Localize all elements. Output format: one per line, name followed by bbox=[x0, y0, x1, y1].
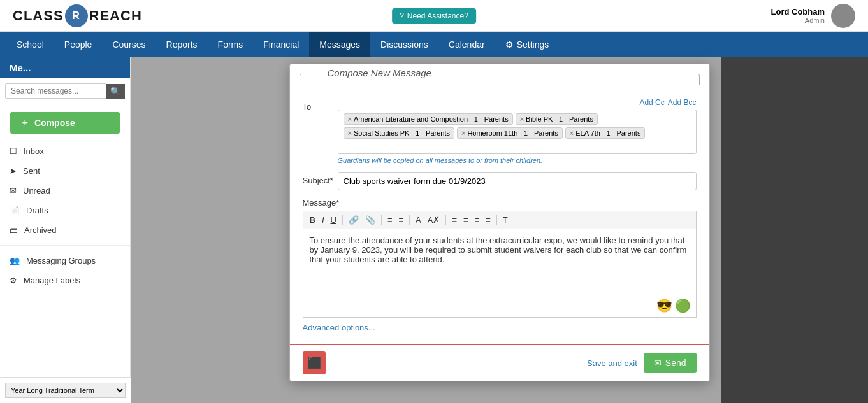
sidebar-divider bbox=[0, 245, 130, 246]
tag-remove-1[interactable]: × bbox=[520, 115, 524, 123]
sidebar: Me... 🔍 ＋ Compose ☐ Inbox ➤ Sent ✉ Unrea… bbox=[0, 57, 131, 403]
advanced-options-link[interactable]: Advanced options... bbox=[303, 323, 375, 332]
nav-item-reports[interactable]: Reports bbox=[156, 32, 208, 57]
emoji-bar: 😎 🟢 bbox=[656, 298, 691, 313]
to-tag-4[interactable]: × ELA 7th - 1 - Parents bbox=[565, 127, 646, 139]
labels-icon: ⚙ bbox=[10, 276, 17, 285]
guardian-note: Guardians will be copied on all messages… bbox=[338, 157, 697, 164]
modal-footer: ⬛ Save and exit ✉ Send bbox=[290, 344, 709, 381]
sidebar-footer: Year Long Traditional Term Semester 1 Se… bbox=[0, 377, 131, 403]
sidebar-item-messaging-groups[interactable]: 👥 Messaging Groups bbox=[0, 251, 130, 271]
nav-item-forms[interactable]: Forms bbox=[208, 32, 254, 57]
list-ordered-button[interactable]: ≡ bbox=[385, 214, 395, 226]
font-color-button[interactable]: A bbox=[413, 214, 424, 226]
user-area: Lord Cobham Admin bbox=[771, 4, 856, 28]
compose-button[interactable]: ＋ Compose bbox=[10, 112, 120, 134]
nav-item-discussions[interactable]: Discussions bbox=[370, 32, 438, 57]
subject-label: Subject* bbox=[303, 172, 338, 185]
sidebar-item-sent[interactable]: ➤ Sent bbox=[0, 161, 130, 181]
add-links: Add Cc Add Bcc bbox=[639, 98, 696, 107]
logo-icon: R bbox=[65, 4, 88, 27]
nav-item-financial[interactable]: Financial bbox=[253, 32, 309, 57]
user-role: Admin bbox=[771, 17, 825, 24]
align-left-button[interactable]: ≡ bbox=[449, 214, 459, 226]
link-button[interactable]: 🔗 bbox=[346, 214, 361, 226]
tag-remove-2[interactable]: × bbox=[348, 129, 352, 137]
page-layout: Me... 🔍 ＋ Compose ☐ Inbox ➤ Sent ✉ Unrea… bbox=[0, 57, 868, 403]
sidebar-header: Me... bbox=[0, 57, 130, 78]
tag-remove-0[interactable]: × bbox=[348, 115, 352, 123]
nav-item-messages[interactable]: Messages bbox=[309, 32, 370, 57]
message-area[interactable]: To ensure the attendance of your student… bbox=[303, 229, 697, 318]
attach-button[interactable]: ⬛ bbox=[303, 351, 326, 374]
attach-inline-button[interactable]: 📎 bbox=[363, 214, 378, 226]
align-right-button[interactable]: ≡ bbox=[472, 214, 482, 226]
modal-overlay: —Compose New Message— To Add Cc Add Bcc bbox=[131, 57, 868, 403]
clear-format-button[interactable]: A✗ bbox=[425, 214, 443, 226]
toolbar-sep-1 bbox=[342, 215, 343, 225]
message-row: Message* B I U 🔗 📎 ≡ ≡ A bbox=[303, 198, 697, 318]
app-header: CLASS R REACH ? Need Assistance? Lord Co… bbox=[0, 0, 868, 32]
to-tag-3[interactable]: × Homeroom 11th - 1 - Parents bbox=[457, 127, 563, 139]
sidebar-item-inbox[interactable]: ☐ Inbox bbox=[0, 141, 130, 161]
nav-item-courses[interactable]: Courses bbox=[102, 32, 156, 57]
to-tag-1[interactable]: × Bible PK - 1 - Parents bbox=[516, 113, 598, 125]
tag-remove-3[interactable]: × bbox=[461, 129, 465, 137]
add-bcc-link[interactable]: Add Bcc bbox=[668, 98, 697, 107]
emoji-button[interactable]: 😎 bbox=[656, 298, 672, 313]
modal-body: To Add Cc Add Bcc × bbox=[290, 85, 709, 344]
nav-item-school[interactable]: School bbox=[6, 32, 54, 57]
nav-item-people[interactable]: People bbox=[54, 32, 103, 57]
nav-item-settings[interactable]: ⚙ Settings bbox=[495, 32, 560, 57]
sidebar-item-archived[interactable]: 🗃 Archived bbox=[0, 220, 130, 240]
send-icon: ✉ bbox=[654, 358, 662, 368]
groups-icon: 👥 bbox=[10, 256, 20, 265]
italic-button[interactable]: I bbox=[319, 214, 327, 226]
bold-button[interactable]: B bbox=[307, 214, 318, 226]
drafts-icon: 📄 bbox=[10, 206, 20, 215]
sidebar-item-unread[interactable]: ✉ Unread bbox=[0, 181, 130, 201]
user-info: Lord Cobham Admin bbox=[771, 7, 825, 24]
sidebar-item-drafts[interactable]: 📄 Drafts bbox=[0, 201, 130, 220]
subject-row: Subject* bbox=[303, 172, 697, 190]
toolbar-sep-3 bbox=[409, 215, 410, 225]
archived-icon: 🗃 bbox=[10, 225, 18, 235]
logo-text-1: CLASS bbox=[13, 8, 64, 24]
to-field-container: Add Cc Add Bcc × American Literature and… bbox=[338, 98, 697, 164]
sent-icon: ➤ bbox=[10, 166, 17, 176]
to-label: To bbox=[303, 98, 338, 111]
text-style-button[interactable]: T bbox=[500, 214, 510, 226]
message-text: To ensure the attendance of your student… bbox=[310, 236, 687, 264]
search-button[interactable]: 🔍 bbox=[106, 84, 125, 99]
search-box: 🔍 bbox=[0, 78, 130, 104]
toolbar-sep-2 bbox=[381, 215, 382, 225]
to-tag-0[interactable]: × American Literature and Compostion - 1… bbox=[344, 113, 513, 125]
align-justify-button[interactable]: ≡ bbox=[483, 214, 493, 226]
modal-title: —Compose New Message— bbox=[313, 67, 446, 78]
add-cc-link[interactable]: Add Cc bbox=[639, 98, 664, 107]
help-button[interactable]: ? Need Assistance? bbox=[392, 8, 476, 24]
underline-button[interactable]: U bbox=[328, 214, 339, 226]
toolbar-sep-5 bbox=[496, 215, 497, 225]
inbox-icon: ☐ bbox=[10, 146, 17, 156]
to-tag-2[interactable]: × Social Studies PK - 1 - Parents bbox=[344, 127, 454, 139]
footer-right: Save and exit ✉ Send bbox=[587, 353, 696, 373]
to-field[interactable]: × American Literature and Compostion - 1… bbox=[338, 110, 697, 154]
tag-remove-4[interactable]: × bbox=[570, 129, 574, 137]
to-row: To Add Cc Add Bcc × bbox=[303, 98, 697, 164]
main-nav: School People Courses Reports Forms Fina… bbox=[0, 32, 868, 57]
list-unordered-button[interactable]: ≡ bbox=[396, 214, 407, 226]
grammarly-button[interactable]: 🟢 bbox=[675, 298, 691, 313]
gear-icon: ⚙ bbox=[505, 39, 514, 50]
nav-item-calendar[interactable]: Calendar bbox=[438, 32, 495, 57]
save-exit-button[interactable]: Save and exit bbox=[587, 358, 637, 368]
send-button[interactable]: ✉ Send bbox=[644, 353, 697, 373]
align-center-button[interactable]: ≡ bbox=[461, 214, 471, 226]
app-logo: CLASS R REACH bbox=[13, 4, 142, 27]
user-name: Lord Cobham bbox=[771, 7, 825, 17]
search-input[interactable] bbox=[5, 83, 106, 99]
term-select[interactable]: Year Long Traditional Term Semester 1 Se… bbox=[5, 383, 126, 398]
message-label: Message* bbox=[303, 198, 697, 208]
subject-input[interactable] bbox=[338, 172, 697, 190]
sidebar-item-manage-labels[interactable]: ⚙ Manage Labels bbox=[0, 271, 130, 290]
